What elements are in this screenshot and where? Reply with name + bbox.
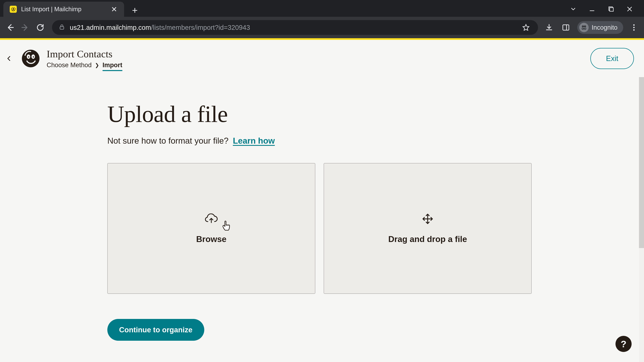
bookmark-star-icon[interactable]: [520, 22, 531, 33]
help-fab-button[interactable]: ?: [616, 336, 632, 352]
lock-icon: [59, 24, 65, 31]
downloads-icon[interactable]: [544, 22, 554, 33]
back-chevron-icon[interactable]: [3, 53, 15, 64]
upload-cloud-icon: [205, 213, 218, 225]
upload-options: Browse Drag and drop a file: [107, 163, 532, 294]
browse-label: Browse: [196, 234, 226, 244]
breadcrumb-step-2: Import: [102, 61, 122, 69]
header-titles: Import Contacts Choose Method ❯ Import: [46, 48, 122, 69]
drag-drop-card[interactable]: Drag and drop a file: [324, 163, 532, 294]
close-window-icon[interactable]: [625, 5, 634, 13]
new-tab-button[interactable]: +: [128, 3, 142, 17]
close-tab-icon[interactable]: ✕: [110, 5, 118, 13]
svg-point-8: [582, 28, 584, 29]
svg-rect-4: [610, 8, 613, 11]
svg-point-14: [22, 50, 40, 67]
app-header: Import Contacts Choose Method ❯ Import E…: [0, 40, 644, 77]
content-heading: Upload a file: [107, 100, 532, 128]
cursor-pointer-icon: [222, 220, 231, 232]
url-host: us21.admin.mailchimp.com: [70, 24, 151, 31]
browser-menu-icon[interactable]: [629, 24, 639, 31]
breadcrumb-step-1[interactable]: Choose Method: [46, 61, 92, 69]
chevron-right-icon: ❯: [95, 62, 99, 68]
learn-how-link[interactable]: Learn how: [233, 136, 275, 146]
nav-forward-button[interactable]: [19, 21, 31, 33]
tab-strip: List Import | Mailchimp ✕ +: [0, 0, 644, 17]
nav-back-button[interactable]: [4, 21, 16, 33]
browse-card[interactable]: Browse: [107, 163, 315, 294]
vertical-scrollbar[interactable]: [639, 77, 644, 362]
subhelp-text: Not sure how to format your file?: [107, 136, 228, 146]
browser-tab[interactable]: List Import | Mailchimp ✕: [3, 2, 124, 17]
scrollbar-thumb[interactable]: [639, 77, 644, 248]
reload-button[interactable]: [34, 21, 46, 33]
content-area: Upload a file Not sure how to format you…: [0, 77, 644, 362]
incognito-indicator[interactable]: Incognito: [577, 21, 623, 34]
url-text: us21.admin.mailchimp.com/lists/members/i…: [70, 24, 516, 31]
tab-search-chevron-icon[interactable]: [569, 5, 578, 13]
svg-rect-5: [60, 27, 64, 29]
svg-point-1: [13, 8, 15, 10]
incognito-icon: [579, 23, 589, 32]
tab-title: List Import | Mailchimp: [21, 6, 106, 13]
mailchimp-logo-icon[interactable]: [20, 48, 42, 69]
omnibox[interactable]: us21.admin.mailchimp.com/lists/members/i…: [52, 20, 538, 35]
breadcrumbs: Choose Method ❯ Import: [46, 61, 122, 69]
svg-point-11: [633, 24, 634, 26]
maximize-window-icon[interactable]: [606, 5, 615, 13]
move-arrows-icon: [422, 213, 434, 225]
incognito-label: Incognito: [592, 24, 618, 31]
exit-button[interactable]: Exit: [590, 48, 634, 69]
browser-chrome: List Import | Mailchimp ✕ +: [0, 0, 644, 38]
svg-rect-6: [563, 25, 569, 30]
page-title: Import Contacts: [46, 48, 122, 60]
drag-drop-label: Drag and drop a file: [388, 234, 467, 244]
url-path: /lists/members/import?id=320943: [151, 24, 250, 31]
toolbar-right: Incognito: [544, 21, 640, 34]
svg-point-9: [584, 28, 586, 29]
svg-point-18: [33, 56, 34, 58]
mailchimp-favicon-icon: [10, 6, 17, 13]
window-controls: [569, 5, 641, 17]
side-panel-icon[interactable]: [560, 22, 571, 33]
svg-point-12: [633, 27, 634, 28]
subhelp-row: Not sure how to format your file? Learn …: [107, 136, 532, 146]
continue-button[interactable]: Continue to organize: [107, 319, 204, 341]
svg-point-17: [28, 56, 29, 58]
page-body: Import Contacts Choose Method ❯ Import E…: [0, 38, 644, 362]
accent-bar: [0, 38, 644, 40]
address-bar: us21.admin.mailchimp.com/lists/members/i…: [0, 17, 644, 38]
svg-point-13: [633, 29, 634, 30]
minimize-window-icon[interactable]: [588, 5, 596, 13]
